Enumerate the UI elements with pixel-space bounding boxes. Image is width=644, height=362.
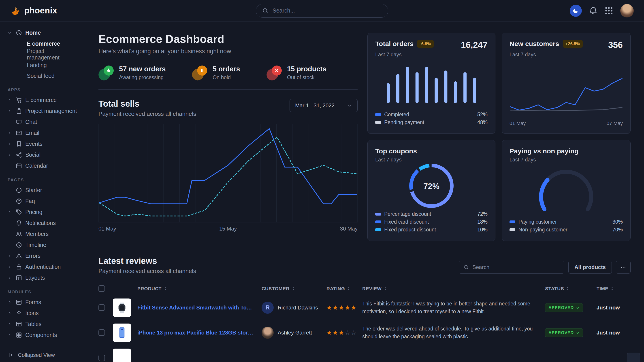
status-badge: APPROVED: [545, 328, 583, 337]
sidebar-item-starter[interactable]: Starter: [8, 185, 77, 196]
sidebar-item-e-commerce[interactable]: E commerce: [27, 38, 77, 49]
star-icon: ★: [332, 329, 338, 336]
row-checkbox[interactable]: [98, 355, 105, 361]
product-link[interactable]: iPhone 13 pro max-Pacific Blue-128GB sto…: [138, 330, 262, 336]
date-range-value: Mar 1 - 31, 2022: [295, 102, 334, 109]
sidebar-item-label: E commerce: [25, 97, 56, 103]
product-link[interactable]: Fitbit Sense Advanced Smartwatch with To…: [138, 305, 262, 311]
notifications-button[interactable]: [589, 6, 598, 15]
date-range-select[interactable]: Mar 1 - 31, 2022: [290, 99, 358, 112]
sidebar-item-label: Starter: [25, 187, 42, 193]
card-title: New customers: [510, 40, 559, 48]
sidebar-item-label: Faq: [25, 198, 35, 204]
sidebar-item-timeline[interactable]: Timeline: [8, 240, 77, 250]
page-subtitle: Here's what's going on at your business …: [98, 48, 358, 55]
sidebar-item-faq[interactable]: Faq: [8, 196, 77, 207]
sidebar-item-label: Social feed: [27, 73, 54, 79]
legend-value: 72%: [477, 211, 488, 217]
search-icon: [262, 7, 268, 14]
all-products-button[interactable]: All products: [568, 261, 612, 274]
sidebar-item-landing[interactable]: Landing: [27, 60, 77, 70]
sidebar-item-social[interactable]: Social: [8, 149, 77, 160]
page-title: Ecommerce Dashboard: [98, 33, 358, 46]
chevron-right-icon: [8, 322, 12, 326]
star-icon: [98, 65, 114, 80]
total-sells-title: Total sells: [98, 99, 196, 109]
x-label: 01 May: [510, 120, 526, 126]
reviews-search[interactable]: [459, 261, 564, 274]
sidebar-item-label: Members: [25, 231, 48, 237]
sidebar-item-notifications[interactable]: Notifications: [8, 218, 77, 229]
sidebar-item-label: E commerce: [27, 40, 60, 47]
row-checkbox[interactable]: [98, 329, 105, 336]
sort-icon: [163, 287, 167, 291]
more-options-button[interactable]: [616, 261, 630, 274]
card-title: Paying vs non paying: [510, 147, 578, 155]
column-header-time[interactable]: TIME: [592, 286, 630, 291]
legend-swatch: [375, 121, 381, 124]
total-sells-chart: [98, 124, 358, 223]
sidebar-item-calendar[interactable]: Calendar: [8, 160, 77, 171]
sidebar-sections: APPS E commerce Project management Chat …: [8, 87, 77, 341]
sidebar-item-label: Components: [25, 332, 57, 338]
chevron-down-icon: [347, 103, 352, 108]
sidebar-item-events[interactable]: Events: [8, 138, 77, 149]
sidebar-item-social-feed[interactable]: Social feed: [27, 70, 77, 81]
legend-item-completed: Completed 52%: [375, 111, 488, 118]
sidebar-item-authentication[interactable]: Authentication: [8, 261, 77, 272]
sidebar-item-home[interactable]: Home: [8, 27, 77, 38]
collapse-icon: [9, 353, 14, 358]
table-header-row: PRODUCT CUSTOMER RATING REVIEW STATUS TI…: [98, 282, 630, 295]
shapes-icon: [16, 310, 22, 316]
sidebar-item-components[interactable]: Components: [8, 330, 77, 341]
customer-avatar: [262, 327, 274, 339]
table-row: Fitbit Sense Advanced Smartwatch with To…: [98, 295, 630, 320]
x-label: 01 May: [98, 226, 116, 232]
layout-icon: [16, 275, 22, 281]
collapse-view-button[interactable]: Collapsed View: [0, 348, 85, 362]
floating-panel-toggle[interactable]: [627, 353, 640, 362]
brand[interactable]: phoenix: [10, 5, 57, 16]
sidebar-item-tables[interactable]: Tables: [8, 319, 77, 330]
check-icon: [576, 306, 580, 310]
column-header-review[interactable]: REVIEW: [362, 286, 545, 291]
sidebar-item-icons[interactable]: Icons: [8, 308, 77, 319]
sidebar-item-project-management[interactable]: Project management: [27, 49, 77, 60]
sidebar: Home E commerce Project management Landi…: [0, 21, 85, 362]
sidebar-item-chat[interactable]: Chat: [8, 116, 77, 127]
bell-icon: [16, 220, 22, 226]
sidebar-item-forms[interactable]: Forms: [8, 297, 77, 308]
apps-grid-button[interactable]: [604, 6, 613, 15]
column-header-rating[interactable]: RATING: [326, 286, 362, 291]
sidebar-item-pricing[interactable]: Pricing: [8, 207, 77, 218]
reviews-search-input[interactable]: [472, 264, 560, 271]
sidebar-item-project-management[interactable]: Project management: [8, 105, 77, 116]
legend-value: 48%: [477, 119, 488, 125]
legend-swatch: [375, 113, 381, 116]
legend-swatch: [510, 228, 515, 231]
row-checkbox[interactable]: [98, 304, 105, 311]
column-header-status[interactable]: STATUS: [545, 286, 592, 291]
legend-item-fixed-product-discount: Fixed product discount 10%: [375, 226, 488, 234]
column-header-customer[interactable]: CUSTOMER: [262, 286, 326, 291]
customer-avatar: R: [262, 302, 274, 314]
theme-toggle-button[interactable]: [570, 5, 582, 17]
global-search-input[interactable]: [272, 7, 382, 14]
chevron-right-icon: [8, 131, 12, 135]
sidebar-item-members[interactable]: Members: [8, 229, 77, 240]
sidebar-item-e-commerce[interactable]: E commerce: [8, 95, 77, 105]
user-avatar[interactable]: [620, 4, 634, 17]
column-header-product[interactable]: PRODUCT: [138, 286, 262, 291]
chevron-right-icon: [8, 210, 12, 214]
ellipsis-icon: [620, 264, 626, 270]
select-all-checkbox[interactable]: [98, 285, 105, 292]
pie-icon: [16, 30, 22, 36]
sidebar-item-layouts[interactable]: Layouts: [8, 272, 77, 283]
star-icon: ★: [345, 304, 351, 311]
clock-icon: [16, 242, 22, 248]
sidebar-item-errors[interactable]: Errors: [8, 250, 77, 261]
sidebar-item-email[interactable]: Email: [8, 127, 77, 138]
legend-label: Fixed card discount: [384, 219, 429, 225]
global-search[interactable]: [256, 4, 388, 18]
sort-icon: [566, 287, 570, 291]
